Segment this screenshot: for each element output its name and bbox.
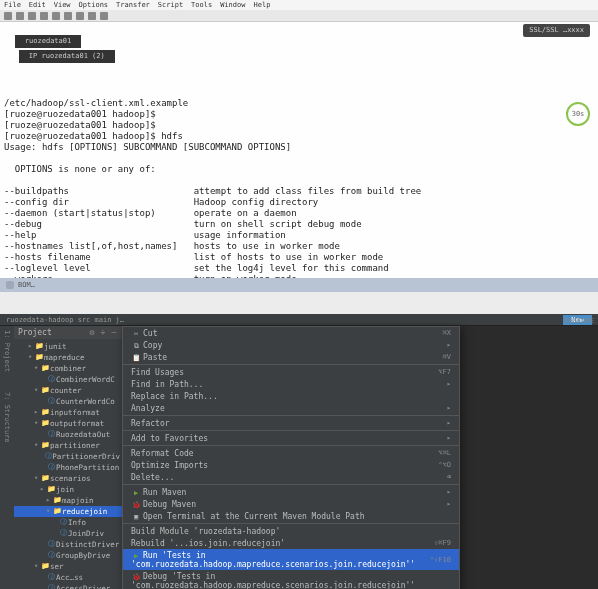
menu-item-find-in-path-[interactable]: Find in Path...▸ (123, 378, 459, 390)
tree-item-join[interactable]: ▸📁join (14, 484, 122, 495)
menu-label: Debug 'Tests in 'com.ruozedata.hadoop.ma… (131, 572, 415, 590)
menu-window[interactable]: Window (220, 1, 245, 9)
ide-breadcrumb-bar: ruozedata-hadoop src main j… New ⌘ESCAPE (0, 314, 598, 326)
menu-shortcut: ⌃⌥O (438, 461, 451, 469)
tree-label: reducejoin (62, 506, 107, 517)
menu-item-replace-in-path-[interactable]: Replace in Path... (123, 390, 459, 402)
tree-item-ser[interactable]: ▾📁ser (14, 561, 122, 572)
green-play-icon: ▶ (131, 489, 141, 497)
tree-label: join (56, 484, 74, 495)
tree-item-inputformat[interactable]: ▸📁inputformat (14, 407, 122, 418)
menu-item-cut[interactable]: ✂Cut⌘X (123, 327, 459, 339)
tree-item-junit[interactable]: ▸📁junit (14, 341, 122, 352)
menu-transfer[interactable]: Transfer (116, 1, 150, 9)
tree-arrow-icon[interactable]: ▸ (32, 407, 40, 418)
menu-item-debug-maven[interactable]: 🐞Debug Maven▸ (123, 498, 459, 510)
tree-item-scenarios[interactable]: ▾📁scenarios (14, 473, 122, 484)
tree-item-joindriv[interactable]: ⒿJoinDriv (14, 528, 122, 539)
toolbar-icon[interactable] (16, 12, 24, 20)
toolbar-icon[interactable] (28, 12, 36, 20)
tree-item-info[interactable]: ⒿInfo (14, 517, 122, 528)
project-settings-icon[interactable]: ⚙ (88, 329, 96, 337)
folder-icon: 📁 (40, 440, 50, 451)
menu-script[interactable]: Script (158, 1, 183, 9)
terminal-pane[interactable]: ruozedata01 IP ruozedata01 (2) SSL/SSL …… (0, 22, 598, 278)
menu-item-debug-tests-in-com-ruozedata-h[interactable]: 🐞Debug 'Tests in 'com.ruozedata.hadoop.m… (123, 570, 459, 589)
folder-icon: 📁 (40, 561, 50, 572)
project-hide-icon[interactable]: — (110, 329, 118, 337)
toolbar-icon[interactable] (100, 12, 108, 20)
menu-item-optimize-imports[interactable]: Optimize Imports⌃⌥O (123, 459, 459, 471)
menu-item-delete-[interactable]: Delete...⌫ (123, 471, 459, 483)
tree-item-groupbydrive[interactable]: ⒿGroupByDrive (14, 550, 122, 561)
tree-item-mapjoin[interactable]: ▸📁mapjoin (14, 495, 122, 506)
terminal-tab[interactable]: IP ruozedata01 (2) (19, 50, 115, 63)
submenu-arrow-icon: ▸ (447, 404, 451, 412)
side-tab-project[interactable]: 1: Project (3, 330, 11, 372)
menu-separator (123, 430, 459, 431)
menu-item-build-module-ruozedata-hadoop-[interactable]: Build Module 'ruozedata-hadoop' (123, 525, 459, 537)
menu-item-analyze[interactable]: Analyze▸ (123, 402, 459, 414)
tree-arrow-icon[interactable]: ▸ (44, 495, 52, 506)
tree-item-ruozedataout[interactable]: ⒿRuozedataOut (14, 429, 122, 440)
tree-item-mapreduce[interactable]: ▾📁mapreduce (14, 352, 122, 363)
tree-arrow-icon[interactable]: ▾ (26, 352, 34, 363)
tree-item-partitionerdriv[interactable]: ⒿPartitionerDriv (14, 451, 122, 462)
tree-item-accessdriver[interactable]: ⒿAccessDriver (14, 583, 122, 589)
menu-item-paste[interactable]: 📋Paste⌘V (123, 351, 459, 363)
menu-item-open-terminal-at-the-current-m[interactable]: ▣Open Terminal at the Current Maven Modu… (123, 510, 459, 522)
tree-item-counter[interactable]: ▾📁counter (14, 385, 122, 396)
toolbar-icon[interactable] (52, 12, 60, 20)
tree-item-counterwordco[interactable]: ⒿCounterWordCo (14, 396, 122, 407)
menu-options[interactable]: Options (79, 1, 109, 9)
project-tree[interactable]: ▸📁junit▾📁mapreduce▾📁combiner ⒿCombinerWo… (14, 339, 122, 589)
tree-arrow-icon[interactable]: ▾ (32, 418, 40, 429)
project-header: Project ⚙ ÷ — (14, 326, 122, 339)
tree-label: CounterWordCo (56, 396, 115, 407)
tree-arrow-icon[interactable]: ▸ (38, 484, 46, 495)
menu-tools[interactable]: Tools (191, 1, 212, 9)
menu-view[interactable]: View (54, 1, 71, 9)
menu-item-find-usages[interactable]: Find Usages⌥F7 (123, 366, 459, 378)
context-menu[interactable]: ✂Cut⌘X⧉Copy▸📋Paste⌘VFind Usages⌥F7Find i… (122, 326, 460, 589)
toolbar-icon[interactable] (88, 12, 96, 20)
tree-arrow-icon[interactable]: ▾ (32, 561, 40, 572)
tree-item-outputformat[interactable]: ▾📁outputformat (14, 418, 122, 429)
menu-label: Run Maven (143, 488, 186, 497)
toolbar-icon[interactable] (64, 12, 72, 20)
toolbar-icon[interactable] (76, 12, 84, 20)
menu-edit[interactable]: Edit (29, 1, 46, 9)
tree-item-distinctdriver[interactable]: ⒿDistinctDriver (14, 539, 122, 550)
app-menubar[interactable]: FileEditViewOptionsTransferScriptToolsWi… (0, 0, 598, 10)
toolbar-icon[interactable] (4, 12, 12, 20)
menu-item-copy[interactable]: ⧉Copy▸ (123, 339, 459, 351)
side-tab-structure[interactable]: 7: Structure (3, 392, 11, 443)
toolbar-icon[interactable] (40, 12, 48, 20)
tree-item-combinerwordc[interactable]: ⒿCombinerWordC (14, 374, 122, 385)
tree-arrow-icon[interactable]: ▾ (32, 440, 40, 451)
tree-item-reducejoin[interactable]: ▾📁reducejoin (14, 506, 122, 517)
menu-label: Paste (143, 353, 167, 362)
tree-item-partitioner[interactable]: ▾📁partitioner (14, 440, 122, 451)
folder-icon: 📁 (34, 352, 44, 363)
tree-arrow-icon[interactable]: ▾ (32, 473, 40, 484)
menu-file[interactable]: File (4, 1, 21, 9)
menu-item-rebuild-ios-join-reducejoin-[interactable]: Rebuild '...ios.join.reducejoin'⇧⌘F9 (123, 537, 459, 549)
menu-help[interactable]: Help (253, 1, 270, 9)
tree-item-combiner[interactable]: ▾📁combiner (14, 363, 122, 374)
menu-item-add-to-favorites[interactable]: Add to Favorites▸ (123, 432, 459, 444)
menu-item-reformat-code[interactable]: Reformat Code⌥⌘L (123, 447, 459, 459)
terminal-tab[interactable]: ruozedata01 (15, 35, 81, 48)
tree-arrow-icon[interactable]: ▾ (44, 506, 52, 517)
menu-item-run-tests-in-com-ruozedata-had[interactable]: ▶Run 'Tests in 'com.ruozedata.hadoop.map… (123, 549, 459, 570)
menu-item-run-maven[interactable]: ▶Run Maven▸ (123, 486, 459, 498)
breadcrumb[interactable]: ruozedata-hadoop src main j… (6, 316, 124, 324)
tree-item-phonepartition[interactable]: ⒿPhonePartition (14, 462, 122, 473)
tree-arrow-icon[interactable]: ▾ (32, 363, 40, 374)
project-collapse-icon[interactable]: ÷ (99, 329, 107, 337)
menu-item-refactor[interactable]: Refactor▸ (123, 417, 459, 429)
tree-arrow-icon[interactable]: ▾ (32, 385, 40, 396)
tree-item-acc-ss[interactable]: ⒿAcc…ss (14, 572, 122, 583)
tree-arrow-icon[interactable]: ▸ (26, 341, 34, 352)
submenu-arrow-icon: ▸ (447, 434, 451, 442)
